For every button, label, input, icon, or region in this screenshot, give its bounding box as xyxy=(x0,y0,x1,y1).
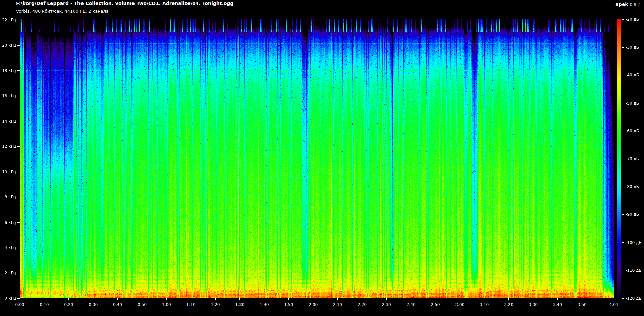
time-tick-label: 1:50 xyxy=(281,302,297,307)
freq-tick-label: 16 кГц xyxy=(1,93,16,98)
time-tick xyxy=(44,298,44,300)
time-tick-label: 4:03 xyxy=(606,302,622,307)
db-tick xyxy=(622,187,624,187)
freq-tick xyxy=(17,248,20,248)
db-tick-label: -40 дБ xyxy=(626,73,639,77)
db-tick-label: -30 дБ xyxy=(626,45,639,50)
db-tick-label: -110 дБ xyxy=(626,268,642,273)
spectrogram-canvas xyxy=(20,19,614,298)
db-tick-label: -70 дБ xyxy=(626,156,639,161)
time-tick-label: 0:20 xyxy=(61,302,76,307)
freq-tick xyxy=(17,121,20,121)
db-tick-label: -20 дБ xyxy=(626,17,639,22)
freq-tick-label: 0 кГц xyxy=(1,296,16,301)
file-path-title: F:\korg\Def Leppard - The Collection. Vo… xyxy=(16,1,233,6)
db-tick-label: -90 дБ xyxy=(626,212,639,217)
time-tick-label: 2:10 xyxy=(330,302,345,307)
db-tick xyxy=(622,47,624,48)
db-tick xyxy=(622,270,624,270)
time-tick-label: 2:00 xyxy=(306,302,321,307)
time-tick xyxy=(239,298,240,300)
freq-tick-label: 2 кГц xyxy=(1,271,16,275)
time-tick xyxy=(435,298,435,300)
app-version: 0.8.2 xyxy=(630,2,640,7)
freq-tick xyxy=(17,172,20,172)
time-tick-label: 1:00 xyxy=(159,302,174,307)
time-tick xyxy=(386,298,387,300)
freq-tick xyxy=(17,96,20,96)
freq-tick xyxy=(17,70,20,71)
db-tick xyxy=(622,214,624,215)
time-tick-label: 3:10 xyxy=(477,302,492,307)
spek-window: F:\korg\Def Leppard - The Collection. Vo… xyxy=(0,0,644,316)
time-tick xyxy=(264,298,264,300)
time-tick xyxy=(142,298,142,300)
db-tick xyxy=(622,103,624,103)
time-tick-label: 3:00 xyxy=(452,302,468,307)
time-tick-label: 2:50 xyxy=(428,302,443,307)
time-tick xyxy=(614,298,614,300)
time-tick xyxy=(93,298,93,300)
time-tick xyxy=(508,298,509,300)
db-tick xyxy=(622,159,624,159)
freq-tick-label: 10 кГц xyxy=(1,170,16,174)
time-tick xyxy=(484,298,484,300)
freq-tick-label: 18 кГц xyxy=(1,68,16,73)
time-tick-label: 3:50 xyxy=(574,302,590,307)
db-tick-label: -120 дБ xyxy=(626,296,642,301)
db-colorbar xyxy=(617,19,621,298)
time-tick-label: 0:10 xyxy=(37,302,52,307)
time-tick-label: 0:30 xyxy=(86,302,101,307)
time-tick-label: 3:30 xyxy=(525,302,541,307)
time-tick-label: 3:20 xyxy=(501,302,517,307)
time-tick-label: 0:00 xyxy=(12,302,28,307)
freq-tick xyxy=(17,222,20,223)
db-tick xyxy=(622,131,624,131)
db-tick-label: -80 дБ xyxy=(626,184,639,189)
db-tick xyxy=(622,19,624,20)
freq-tick xyxy=(17,273,20,273)
freq-tick xyxy=(17,197,20,197)
freq-tick-label: 8 кГц xyxy=(1,195,16,199)
time-tick-label: 0:50 xyxy=(134,302,150,307)
time-tick xyxy=(533,298,533,300)
time-tick-label: 2:40 xyxy=(403,302,419,307)
time-tick xyxy=(68,298,69,300)
stream-info: Vorbis, 480 кбит/сек, 44100 Гц, 2 канала xyxy=(16,9,109,14)
time-tick xyxy=(288,298,289,300)
db-tick-label: -100 дБ xyxy=(626,240,642,245)
time-tick xyxy=(337,298,338,300)
time-tick xyxy=(313,298,313,300)
freq-tick-label: 22 кГц xyxy=(1,18,16,22)
freq-tick-label: 20 кГц xyxy=(1,43,16,48)
time-tick xyxy=(557,298,558,300)
time-tick xyxy=(460,298,460,300)
db-tick-label: -50 дБ xyxy=(626,101,639,106)
db-tick xyxy=(622,75,624,75)
time-tick-label: 1:20 xyxy=(208,302,223,307)
freq-tick xyxy=(17,20,20,20)
time-tick xyxy=(582,298,582,300)
freq-tick-label: 12 кГц xyxy=(1,144,16,149)
freq-tick-label: 14 кГц xyxy=(1,119,16,124)
freq-tick xyxy=(17,45,20,46)
time-tick xyxy=(166,298,167,300)
time-tick-label: 1:30 xyxy=(232,302,248,307)
time-tick xyxy=(215,298,216,300)
time-tick-label: 0:40 xyxy=(110,302,125,307)
time-tick-label: 1:40 xyxy=(257,302,272,307)
db-tick xyxy=(622,298,624,299)
time-tick xyxy=(191,298,191,300)
app-name: spek xyxy=(615,2,628,7)
time-tick xyxy=(20,298,20,300)
freq-tick-label: 6 кГц xyxy=(1,220,16,225)
app-logo: spek0.8.2 xyxy=(615,1,640,7)
time-tick xyxy=(117,298,118,300)
time-tick-label: 2:30 xyxy=(379,302,394,307)
time-tick-label: 2:20 xyxy=(354,302,370,307)
db-tick-label: -60 дБ xyxy=(626,129,639,133)
freq-tick xyxy=(17,146,20,147)
time-tick-label: 1:10 xyxy=(183,302,199,307)
db-tick xyxy=(622,242,624,243)
time-tick-label: 3:40 xyxy=(550,302,565,307)
